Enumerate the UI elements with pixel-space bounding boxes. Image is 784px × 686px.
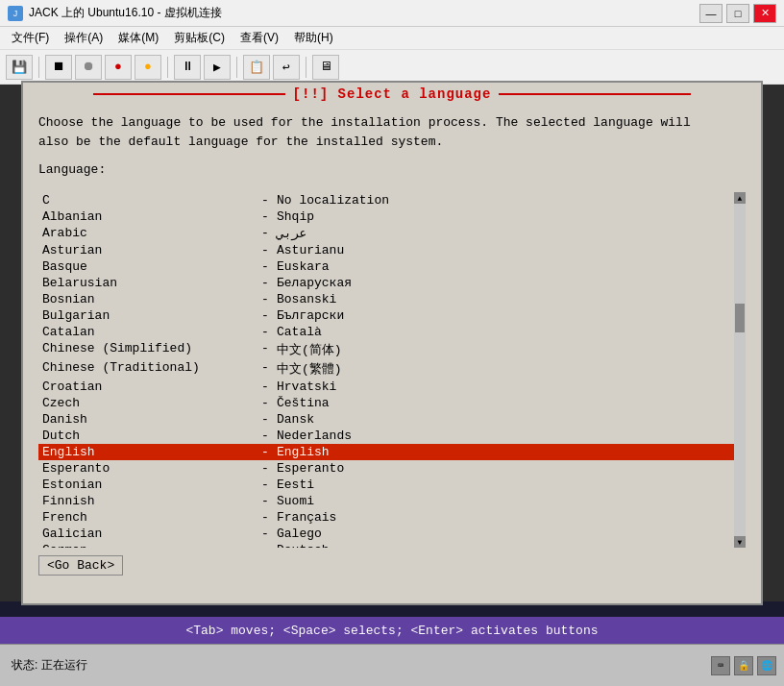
language-row[interactable]: Basque-Euskara (38, 258, 746, 275)
language-row[interactable]: German-Deutsch (38, 542, 746, 548)
language-row[interactable]: Estonian-Eesti (38, 477, 746, 493)
lock-icon: 🔒 (734, 656, 753, 675)
scroll-track (734, 204, 746, 536)
maximize-button[interactable]: □ (726, 4, 749, 23)
language-name: Basque (42, 259, 254, 274)
language-separator: - (254, 308, 277, 323)
language-native: Català (277, 325, 742, 339)
menu-clipboard[interactable]: 剪贴板(C) (166, 28, 233, 48)
scroll-up-arrow[interactable]: ▲ (734, 192, 746, 204)
status-label: 状态: (12, 658, 37, 672)
description-line-1: Choose the language to be used for the i… (38, 113, 746, 133)
language-separator: - (254, 478, 277, 492)
language-label: Language: (38, 162, 746, 177)
language-native: Dansk (277, 412, 742, 427)
language-native: Français (277, 510, 742, 525)
language-name: Croatian (42, 380, 254, 394)
language-name: French (42, 510, 254, 525)
language-row[interactable]: Croatian-Hrvatski (38, 379, 746, 395)
close-button[interactable]: ✕ (753, 4, 776, 23)
app-icon: J (8, 6, 23, 21)
language-row[interactable]: Asturian-Asturianu (38, 242, 746, 258)
toolbar-undo[interactable]: ↩ (273, 55, 300, 80)
language-native: English (277, 445, 742, 459)
bottom-hint-text: <Tab> moves; <Space> selects; <Enter> ac… (185, 624, 598, 638)
language-separator: - (254, 461, 277, 476)
menu-view[interactable]: 查看(V) (233, 28, 286, 48)
toolbar-pause[interactable]: ⏸ (174, 55, 201, 80)
language-name: Danish (42, 412, 254, 427)
menu-help[interactable]: 帮助(H) (286, 28, 341, 48)
language-row[interactable]: Dutch-Nederlands (38, 428, 746, 444)
language-name: Bosnian (42, 292, 254, 306)
minimize-button[interactable]: — (699, 4, 723, 23)
toolbar-stop[interactable]: ⏹ (45, 55, 72, 80)
toolbar-clipboard[interactable]: 📋 (243, 55, 270, 80)
vm-area: [!!] Select a language Choose the langua… (0, 85, 784, 601)
language-row[interactable]: Chinese (Traditional)-中文(繁體) (38, 359, 746, 379)
language-row[interactable]: Belarusian-Беларуская (38, 275, 746, 291)
language-name: Catalan (42, 325, 254, 339)
language-row[interactable]: Galician-Galego (38, 526, 746, 542)
language-row[interactable]: Albanian-Shqip (38, 208, 746, 225)
toolbar-save[interactable]: 💾 (6, 55, 33, 80)
language-row[interactable]: Chinese (Simplified)-中文(简体) (38, 340, 746, 359)
status-text: 状态: 正在运行 (0, 657, 711, 674)
language-row[interactable]: English-English (38, 444, 746, 460)
toolbar-monitor[interactable]: 🖥 (312, 55, 339, 80)
menu-bar: 文件(F) 操作(A) 媒体(M) 剪贴板(C) 查看(V) 帮助(H) (0, 27, 784, 50)
language-name: Czech (42, 396, 254, 410)
language-row[interactable]: Czech-Čeština (38, 395, 746, 411)
menu-file[interactable]: 文件(F) (4, 28, 57, 48)
language-separator: - (254, 510, 277, 525)
scroll-down-arrow[interactable]: ▼ (734, 536, 746, 548)
language-name: English (42, 445, 254, 459)
language-name: Albanian (42, 209, 254, 224)
language-separator: - (254, 494, 277, 508)
language-separator: - (254, 276, 277, 290)
menu-media[interactable]: 媒体(M) (110, 28, 166, 48)
go-back-button[interactable]: <Go Back> (38, 555, 123, 576)
language-row[interactable]: French-Français (38, 509, 746, 526)
toolbar-record[interactable]: ⏺ (75, 55, 102, 80)
language-row[interactable]: Bosnian-Bosanski (38, 291, 746, 307)
language-row[interactable]: Esperanto-Esperanto (38, 460, 746, 477)
title-bar: J JACK 上的 Ubuntu16.10 - 虚拟机连接 — □ ✕ (0, 0, 784, 27)
language-native: Asturianu (277, 243, 742, 257)
language-row[interactable]: Finnish-Suomi (38, 493, 746, 509)
language-separator: - (254, 412, 277, 427)
language-name: Asturian (42, 243, 254, 257)
language-separator: - (254, 325, 277, 339)
language-row[interactable]: Danish-Dansk (38, 411, 746, 428)
language-native: Eesti (277, 478, 742, 492)
language-row[interactable]: Catalan-Català (38, 324, 746, 340)
language-row[interactable]: Arabic-عربي (38, 225, 746, 242)
language-native: Čeština (277, 396, 742, 410)
language-native: Беларуская (277, 276, 742, 290)
description-line-2: also be the default language for the ins… (38, 133, 746, 152)
toolbar-power-red[interactable]: ● (105, 55, 132, 80)
language-row[interactable]: Bulgarian-Български (38, 307, 746, 324)
language-separator: - (254, 259, 277, 274)
toolbar-play[interactable]: ▶ (204, 55, 231, 80)
scrollbar[interactable]: ▲ ▼ (734, 192, 746, 548)
language-row[interactable]: C-No localization (38, 192, 746, 208)
language-separator: - (254, 226, 277, 241)
language-name: German (42, 543, 254, 548)
language-native: Galego (277, 527, 742, 541)
language-separator: - (254, 396, 277, 410)
menu-action[interactable]: 操作(A) (57, 28, 110, 48)
scroll-thumb[interactable] (735, 304, 745, 332)
status-icons: ⌨ 🔒 🌐 (711, 656, 784, 675)
language-native: 中文(简体) (277, 341, 742, 358)
toolbar-separator-4 (306, 57, 306, 78)
language-native: Nederlands (277, 429, 742, 443)
language-native: Shqip (277, 209, 742, 224)
toolbar-power-yellow[interactable]: ● (135, 55, 161, 80)
terminal-window: [!!] Select a language Choose the langua… (21, 81, 763, 605)
language-native: Hrvatski (277, 380, 742, 394)
language-separator: - (254, 243, 277, 257)
language-native: Euskara (277, 259, 742, 274)
language-name: C (42, 193, 254, 208)
language-list-container[interactable]: C-No localizationAlbanian-ShqipArabic-عر… (38, 192, 746, 548)
